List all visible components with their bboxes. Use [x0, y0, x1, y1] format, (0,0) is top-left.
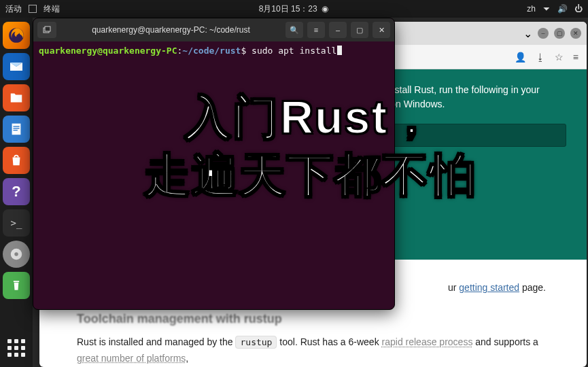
- chevron-down-icon[interactable]: ⌄: [523, 27, 532, 40]
- show-applications[interactable]: [3, 334, 30, 362]
- terminal-window: quarkenergy@quarkenergy-PC: ~/code/rust …: [33, 18, 395, 310]
- dock-terminal[interactable]: >_: [3, 209, 30, 237]
- gs-post: page.: [519, 282, 546, 293]
- dock-writer[interactable]: [3, 116, 30, 143]
- help-icon: ?: [12, 183, 20, 200]
- rustup-code: rustup: [235, 336, 277, 349]
- terminal-body[interactable]: quarkenergy@quarkenergy-PC:~/code/rust$ …: [33, 41, 394, 60]
- activities-button[interactable]: 活动: [5, 3, 22, 15]
- prompt-path: ~/code/rust: [182, 46, 241, 56]
- body-text: and supports a: [472, 336, 538, 347]
- terminal-menu-button[interactable]: ≡: [307, 22, 325, 38]
- browser-close-button[interactable]: ✕: [570, 28, 581, 39]
- prompt-dollar: $: [241, 46, 246, 56]
- terminal-icon: >_: [11, 217, 22, 228]
- dock-thunderbird[interactable]: [3, 53, 30, 80]
- notification-dot-icon: ◉: [322, 4, 328, 14]
- desktop: ⌄ – ▢ ✕ 👤 ⭳ ☆ ≡ d install Rust, run the …: [33, 18, 588, 367]
- svg-rect-1: [12, 124, 21, 135]
- trash-icon: [10, 279, 23, 292]
- search-icon: 🔍: [290, 26, 299, 35]
- bookmark-icon[interactable]: ☆: [555, 52, 564, 63]
- rapid-release-link[interactable]: rapid release process: [382, 336, 473, 347]
- terminal-minimize-button[interactable]: –: [329, 22, 347, 38]
- hero-text-line2: re on Windows.: [379, 97, 566, 111]
- hamburger-icon: ≡: [314, 26, 318, 34]
- body-text: Rust is installed and managed by the: [77, 336, 235, 347]
- account-icon[interactable]: 👤: [515, 52, 526, 63]
- gnome-topbar: 活动 终端 8月10日 15：23 ◉ zh ⏷ 🔊 ⏻: [0, 0, 588, 18]
- app-indicator-icon: [29, 5, 37, 13]
- document-icon: [9, 122, 24, 137]
- terminal-title: quarkenergy@quarkenergy-PC: ~/code/rust: [60, 25, 281, 35]
- cursor-icon: [337, 46, 342, 55]
- svg-rect-2: [13, 126, 19, 126]
- terminal-maximize-button[interactable]: ▢: [351, 22, 368, 38]
- prompt-user: quarkenergy@quarkenergy-PC: [39, 46, 177, 56]
- body-text: ,: [186, 353, 188, 364]
- dock-firefox[interactable]: [3, 22, 30, 49]
- body-text: tool. Rust has a 6-week: [277, 336, 381, 347]
- svg-rect-8: [45, 27, 50, 31]
- ubuntu-dock: ? >_: [0, 18, 33, 367]
- browser-maximize-button[interactable]: ▢: [554, 28, 565, 39]
- svg-rect-4: [13, 130, 17, 130]
- datetime[interactable]: 8月10日 15：23: [259, 3, 317, 15]
- svg-rect-3: [13, 128, 19, 128]
- browser-minimize-button[interactable]: –: [538, 28, 549, 39]
- menu-icon[interactable]: ≡: [573, 52, 578, 63]
- power-icon[interactable]: ⏻: [574, 4, 583, 14]
- getting-started-link[interactable]: getting started: [459, 282, 519, 293]
- files-icon: [9, 90, 24, 105]
- dock-help[interactable]: ?: [3, 178, 30, 205]
- terminal-close-button[interactable]: ✕: [373, 22, 390, 38]
- typed-command: sudo apt install: [252, 46, 336, 56]
- terminal-search-button[interactable]: 🔍: [286, 22, 303, 38]
- shopping-bag-icon: [9, 153, 24, 168]
- dock-disk[interactable]: [3, 241, 30, 268]
- terminal-titlebar: quarkenergy@quarkenergy-PC: ~/code/rust …: [33, 18, 394, 41]
- app-label: 终端: [44, 3, 60, 15]
- toolchain-paragraph: Rust is installed and managed by the rus…: [77, 334, 553, 367]
- input-lang[interactable]: zh: [527, 4, 536, 14]
- new-tab-icon: [43, 26, 51, 34]
- dock-software[interactable]: [3, 147, 30, 174]
- toolchain-heading: Toolchain management with rustup: [77, 309, 553, 330]
- platforms-link[interactable]: great number of platforms: [77, 353, 186, 364]
- svg-point-6: [14, 252, 18, 256]
- new-tab-button[interactable]: [37, 22, 56, 38]
- gs-pre: ur: [448, 282, 459, 293]
- download-icon[interactable]: ⭳: [536, 52, 545, 63]
- dock-trash[interactable]: [3, 272, 30, 299]
- thunderbird-icon: [8, 58, 24, 75]
- firefox-icon: [7, 27, 25, 44]
- volume-icon[interactable]: 🔊: [557, 4, 568, 14]
- disc-icon: [9, 247, 24, 262]
- install-command-box[interactable]: [379, 124, 566, 147]
- network-icon[interactable]: ⏷: [542, 4, 551, 14]
- hero-text-line1: d install Rust, run the following in you…: [379, 83, 566, 97]
- dock-files[interactable]: [3, 84, 30, 111]
